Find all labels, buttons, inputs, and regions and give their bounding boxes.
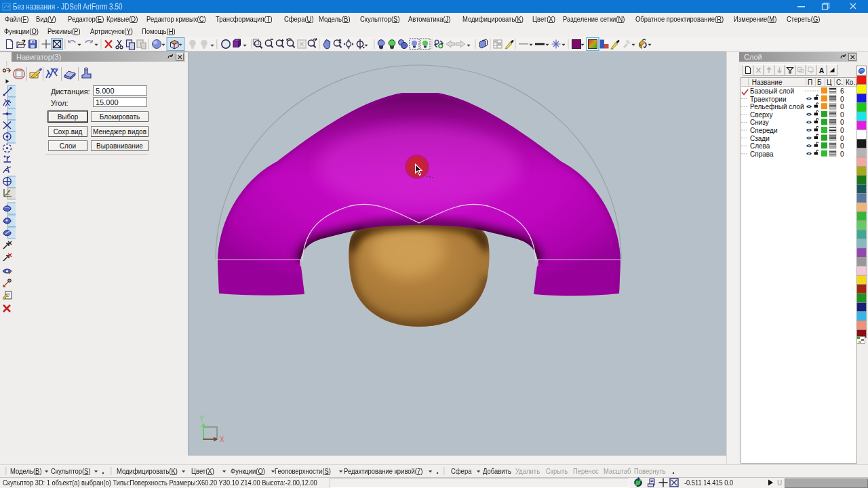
svg-text:0: 0 xyxy=(840,135,844,142)
svg-text:Спереди: Спереди xyxy=(750,127,778,134)
svg-text:Снизу: Снизу xyxy=(750,119,769,126)
svg-text:0: 0 xyxy=(840,111,844,119)
svg-text:Траектории: Траектории xyxy=(750,96,786,103)
svg-text:A: A xyxy=(819,66,825,75)
svg-text:0: 0 xyxy=(840,150,844,158)
svg-text:0: 0 xyxy=(840,96,844,103)
svg-text:X: X xyxy=(220,436,224,443)
svg-text:6: 6 xyxy=(840,87,844,95)
svg-text:0: 0 xyxy=(840,142,844,150)
svg-text:U: U xyxy=(777,479,782,487)
svg-text:0: 0 xyxy=(840,119,844,126)
svg-text:Рельефный слой: Рельефный слой xyxy=(750,103,804,110)
svg-text:Y: Y xyxy=(199,415,204,422)
svg-text:Базовый слой: Базовый слой xyxy=(750,87,794,95)
svg-text:0: 0 xyxy=(840,127,844,134)
svg-text:Справа: Справа xyxy=(750,150,774,158)
svg-text:0: 0 xyxy=(840,103,844,110)
svg-text:Сверху: Сверху xyxy=(750,111,772,119)
svg-text:Сзади: Сзади xyxy=(750,135,770,142)
svg-text:Слева: Слева xyxy=(750,142,770,150)
